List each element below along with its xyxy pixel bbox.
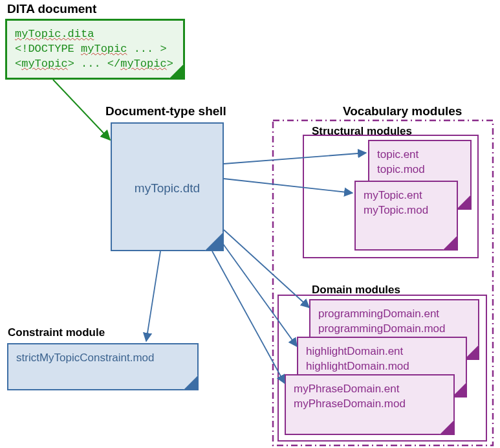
dita-document-heading: DITA document bbox=[7, 2, 96, 16]
shell-file: myTopic.dtd bbox=[135, 180, 200, 197]
topic-ent: topic.ent bbox=[377, 148, 462, 162]
mytopic-mod: myTopic.mod bbox=[364, 203, 449, 218]
doc-type-shell-box: myTopic.dtd bbox=[111, 122, 224, 251]
programmingdomain-ent: programmingDomain.ent bbox=[318, 307, 470, 322]
domain-modules-heading: Domain modules bbox=[312, 284, 400, 297]
constraint-module-box: strictMyTopicConstraint.mod bbox=[7, 343, 199, 390]
structural-modules-heading: Structural modules bbox=[312, 125, 412, 138]
structural-module-mytopic: myTopic.ent myTopic.mod bbox=[354, 181, 458, 251]
dita-document-box: myTopic.dita <!DOCTYPE myTopic ... > <my… bbox=[5, 19, 185, 80]
arrow-shell-to-topic bbox=[224, 153, 366, 164]
programmingdomain-mod: programmingDomain.mod bbox=[318, 322, 470, 337]
topic-mod: topic.mod bbox=[377, 162, 462, 177]
highlightdomain-mod: highlightDomain.mod bbox=[306, 359, 458, 374]
constraint-module-heading: Constraint module bbox=[8, 326, 105, 339]
domain-module-myphrase: myPhraseDomain.ent myPhraseDomain.mod bbox=[285, 374, 455, 435]
doc-type-shell-heading: Document-type shell bbox=[105, 104, 226, 118]
arrow-shell-to-myphrase bbox=[212, 251, 285, 383]
vocabulary-modules-heading: Vocabulary modules bbox=[343, 104, 462, 118]
myphrasedomain-mod: myPhraseDomain.mod bbox=[294, 397, 446, 412]
arrow-shell-to-constraint bbox=[146, 251, 160, 341]
constraint-file: strictMyTopicConstraint.mod bbox=[16, 351, 190, 366]
arrow-shell-to-highlight bbox=[220, 240, 297, 346]
myphrasedomain-ent: myPhraseDomain.ent bbox=[294, 382, 446, 397]
diagram-stage: DITA document Document-type shell Vocabu… bbox=[0, 0, 500, 448]
highlightdomain-ent: highlightDomain.ent bbox=[306, 344, 458, 359]
mytopic-ent: myTopic.ent bbox=[364, 188, 449, 203]
arrow-dita-to-shell bbox=[53, 80, 110, 140]
arrow-shell-to-programming bbox=[224, 230, 309, 308]
arrow-shell-to-mytopic bbox=[224, 179, 353, 193]
dita-file-name: myTopic.dita bbox=[15, 28, 94, 40]
